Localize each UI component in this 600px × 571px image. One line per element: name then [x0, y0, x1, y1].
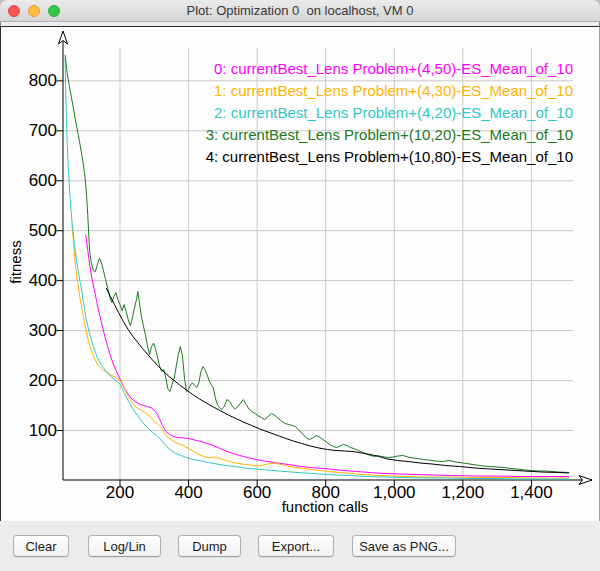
series-line-1: [72, 223, 569, 478]
plot-panel: 0: currentBest_Lens Problem+(4,50)-ES_Me…: [0, 26, 600, 522]
y-tick-label: 700: [1, 121, 57, 141]
legend-item: 4: currentBest_Lens Problem+(10,80)-ES_M…: [206, 146, 573, 168]
legend: 0: currentBest_Lens Problem+(4,50)-ES_Me…: [206, 58, 573, 168]
plot-window: Plot: Optimization 0 on localhost, VM 0 …: [0, 0, 600, 571]
y-tick-label: 200: [1, 371, 57, 391]
legend-item: 3: currentBest_Lens Problem+(10,20)-ES_M…: [206, 124, 573, 146]
y-tick-label: 100: [1, 421, 57, 441]
y-tick-label: 400: [1, 271, 57, 291]
save-png-button[interactable]: Save as PNG...: [352, 535, 456, 557]
y-tick-label: 800: [1, 71, 57, 91]
y-tick-label: 600: [1, 171, 57, 191]
dump-button[interactable]: Dump: [178, 535, 241, 557]
legend-item: 2: currentBest_Lens Problem+(4,20)-ES_Me…: [206, 102, 573, 124]
legend-item: 1: currentBest_Lens Problem+(4,30)-ES_Me…: [206, 80, 573, 102]
loglin-button[interactable]: Log/Lin: [88, 535, 161, 557]
window-title: Plot: Optimization 0 on localhost, VM 0: [0, 0, 600, 22]
series-line-0: [86, 235, 569, 477]
y-tick-label: 300: [1, 321, 57, 341]
y-tick-label: 500: [1, 221, 57, 241]
button-bar: Clear Log/Lin Dump Export... Save as PNG…: [0, 521, 600, 571]
legend-item: 0: currentBest_Lens Problem+(4,50)-ES_Me…: [206, 58, 573, 80]
titlebar[interactable]: Plot: Optimization 0 on localhost, VM 0: [0, 0, 600, 22]
clear-button[interactable]: Clear: [13, 535, 69, 557]
x-tick-label: 1,400: [491, 483, 571, 503]
export-button[interactable]: Export...: [258, 535, 334, 557]
